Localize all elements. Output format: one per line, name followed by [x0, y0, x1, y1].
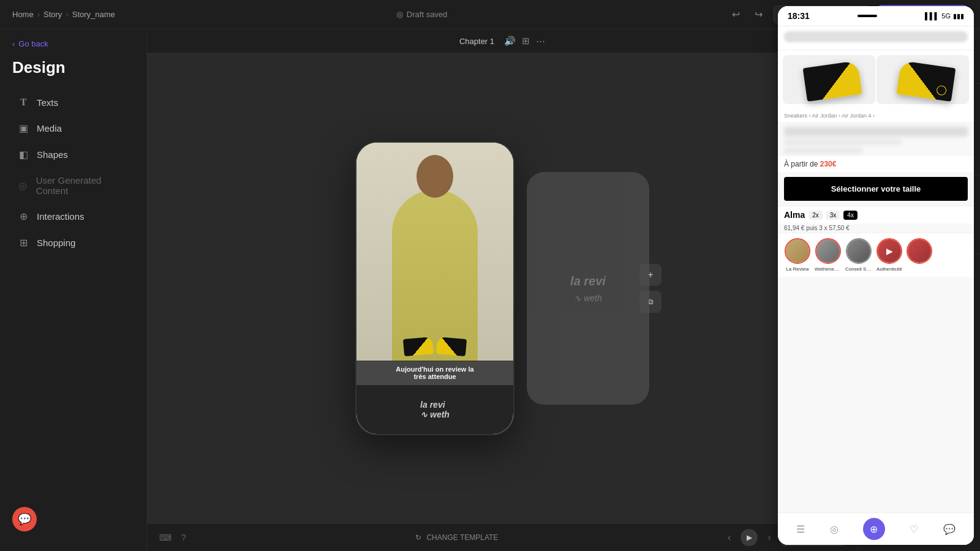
sidebar-item-texts[interactable]: 𝐓 Texts [5, 89, 141, 115]
story-circle-1[interactable]: La Review [784, 238, 811, 272]
sidebar-item-ugc: ◎ User Generated Content [5, 168, 141, 203]
nav-search-icon[interactable]: ◎ [830, 523, 839, 535]
circle-label-3: Conseil Sizing [845, 266, 872, 272]
main-layout: ‹ Go back Design 𝐓 Texts ▣ Media ◧ Shape… [0, 29, 980, 551]
circle-label-4: Authenticité [876, 266, 903, 272]
circle-img-3 [846, 238, 872, 264]
go-back-button[interactable]: ‹ Go back [0, 39, 146, 58]
story-circle-2[interactable]: Wethenew Inspi [815, 238, 842, 272]
layout-icon[interactable]: ⊞ [522, 36, 530, 47]
nav-chat-icon[interactable]: 💬 [943, 523, 956, 535]
draft-status: ◎ Draft saved [396, 10, 447, 19]
shapes-icon: ◧ [17, 149, 29, 160]
phone-mockup-main: Aujourd'hui on review la très attendue l… [355, 141, 514, 435]
back-arrow-icon: ‹ [12, 39, 15, 48]
alma-option-4x[interactable]: 4x [843, 211, 858, 220]
canvas-area: Chapter 1 🔊 ⊞ ⋯ [147, 29, 858, 551]
keyboard-icon[interactable]: ⌨ [159, 533, 172, 542]
sidebar: ‹ Go back Design 𝐓 Texts ▣ Media ◧ Shape… [0, 29, 147, 551]
sidebar-item-shopping[interactable]: ⊞ Shopping [5, 230, 141, 256]
preview-price: À partir de 230€ [778, 156, 974, 172]
more-icon[interactable]: ⋯ [536, 36, 545, 47]
preview-panel: 18:31 ▌▌▌ 5G ▮▮▮ [778, 29, 974, 545]
circle-img-1 [785, 238, 810, 264]
preview-product-info [778, 127, 974, 154]
ugc-icon: ◎ [17, 180, 29, 192]
phone-bottom-bar: la revi∿ weth [356, 385, 513, 434]
preview-cta-button[interactable]: Sélectionner votre taille [784, 177, 968, 201]
shopping-icon: ⊞ [17, 237, 29, 249]
sidebar-item-media[interactable]: ▣ Media [5, 115, 141, 141]
media-icon: ▣ [17, 122, 29, 134]
preview-content[interactable]: Sneakers › Air Jordan › Air Jordan 4 › À… [778, 29, 974, 512]
prev-chapter-button[interactable]: ‹ [728, 532, 731, 543]
circle-img-2 [815, 238, 841, 264]
circle-label-2: Wethenew Inspi [815, 266, 842, 272]
sneaker-card-2 [876, 55, 969, 104]
breadcrumb-story-name[interactable]: Story_name [72, 10, 115, 19]
phone-screen: Aujourd'hui on review la très attendue l… [356, 143, 513, 434]
nav-menu-icon[interactable]: ☰ [796, 523, 805, 535]
story-circle-4[interactable]: ▶ Authenticité [876, 238, 903, 272]
sidebar-bottom: 💬 [0, 497, 146, 541]
breadcrumb: Home › Story › Story_name [12, 10, 115, 19]
phone-person-area [356, 143, 513, 361]
alma-option-2x[interactable]: 2x [809, 211, 823, 220]
breadcrumb-home[interactable]: Home [12, 10, 34, 19]
preview-sneakers-grid [778, 50, 974, 109]
chat-button[interactable]: 💬 [12, 507, 37, 531]
canvas-bottom: ⌨ ? ↻ CHANGE TEMPLATE ‹ ▶ › ✦ AI Chapter… [147, 523, 858, 551]
preview-bottom-nav: ☰ ◎ ⊕ ♡ 💬 [778, 512, 974, 545]
canvas-bottom-icons: ⌨ ? [159, 533, 186, 542]
phone-mockup-secondary: la revi ∿ weth [527, 172, 649, 405]
interactions-icon: ⊕ [17, 211, 29, 222]
canvas-content: Aujourd'hui on review la très attendue l… [147, 53, 858, 523]
preview-price-value: 230€ [820, 160, 837, 168]
change-template-button[interactable]: ↻ CHANGE TEMPLATE [415, 533, 498, 542]
texts-icon: 𝐓 [17, 97, 29, 108]
person-image [356, 143, 513, 361]
circle-img-4: ▶ [876, 238, 902, 264]
alma-option-3x[interactable]: 3x [826, 211, 840, 220]
breadcrumb-story[interactable]: Story [43, 10, 62, 19]
story-circle-5[interactable] [907, 238, 932, 272]
preview-breadcrumb: Sneakers › Air Jordan › Air Jordan 4 › [778, 109, 974, 123]
preview-alma-section: Alma 2x 3x 4x [778, 206, 974, 223]
alma-price-detail: 61,94 € puis 3 x 57,50 € [778, 223, 974, 233]
canvas-toolbar: Chapter 1 🔊 ⊞ ⋯ [147, 29, 858, 53]
refresh-icon: ↻ [415, 533, 421, 542]
preview-story-circles: La Review Wethenew Inspi Conseil Sizing [778, 233, 974, 277]
circle-img-5 [907, 238, 932, 264]
preview-product-title [784, 127, 968, 137]
design-title: Design [0, 58, 146, 89]
undo-button[interactable]: ↩ [728, 6, 744, 23]
watermark: la revi∿ weth [420, 400, 450, 419]
phone-text-overlay: Aujourd'hui on review la très attendue [356, 361, 513, 385]
sidebar-item-interactions[interactable]: ⊕ Interactions [5, 203, 141, 230]
audio-icon[interactable]: 🔊 [504, 36, 516, 47]
story-circle-3[interactable]: Conseil Sizing [845, 238, 872, 272]
redo-button[interactable]: ↪ [751, 6, 766, 23]
nav-home-button[interactable]: ⊕ [863, 518, 885, 540]
nav-heart-icon[interactable]: ♡ [910, 523, 918, 535]
draft-icon: ◎ [396, 10, 403, 19]
chapter-label: Chapter 1 [459, 37, 494, 46]
sidebar-item-shapes[interactable]: ◧ Shapes [5, 141, 141, 168]
next-chapter-button[interactable]: › [767, 532, 771, 543]
sneaker-image-1 [805, 64, 854, 95]
circle-label-1: La Review [784, 266, 811, 272]
alma-label: Alma [784, 210, 805, 220]
play-button[interactable]: ▶ [741, 529, 758, 546]
sneaker-card-1 [783, 55, 875, 104]
sneaker-image-2 [899, 64, 948, 95]
preview-product-subtitle [784, 139, 902, 145]
help-icon[interactable]: ? [181, 533, 186, 542]
preview-header-blurred [778, 29, 974, 50]
preview-product-sub2 [784, 148, 862, 154]
canvas-toolbar-icons: 🔊 ⊞ ⋯ [504, 36, 545, 47]
